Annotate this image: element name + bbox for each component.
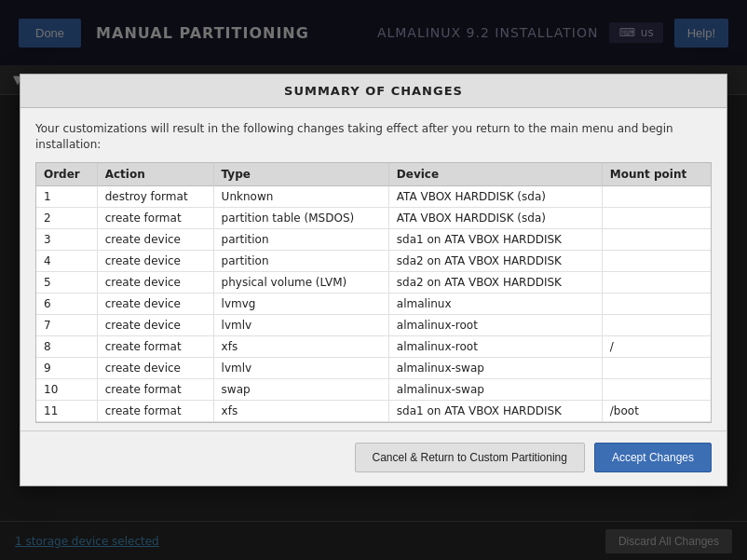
- cell-action: create device: [97, 228, 213, 250]
- table-row: 6 create device lvmvg almalinux: [36, 293, 711, 314]
- cell-type: partition: [213, 250, 388, 271]
- changes-table: Order Action Type Device Mount point 1 d…: [36, 163, 711, 422]
- cell-type: lvmlv: [213, 357, 388, 378]
- cell-action: create device: [97, 250, 213, 271]
- cell-order: 1: [36, 185, 97, 207]
- dialog-footer: Cancel & Return to Custom Partitioning A…: [20, 430, 727, 485]
- table-row: 2 create format partition table (MSDOS) …: [36, 207, 711, 228]
- cell-order: 2: [36, 207, 97, 228]
- table-header: Order Action Type Device Mount point: [36, 163, 711, 186]
- cell-action: create format: [97, 207, 213, 228]
- cell-action: create device: [97, 314, 213, 335]
- cell-mount: [602, 314, 711, 335]
- cell-type: Unknown: [213, 185, 388, 207]
- cell-action: create format: [97, 335, 213, 357]
- table-body: 1 destroy format Unknown ATA VBOX HARDDI…: [36, 185, 711, 421]
- col-order: Order: [36, 163, 97, 186]
- cell-action: create device: [97, 293, 213, 314]
- cell-order: 11: [36, 400, 97, 421]
- cell-type: partition table (MSDOS): [213, 207, 388, 228]
- table-row: 5 create device physical volume (LVM) sd…: [36, 271, 711, 293]
- changes-table-container[interactable]: Order Action Type Device Mount point 1 d…: [35, 162, 712, 423]
- cell-order: 7: [36, 314, 97, 335]
- accept-button[interactable]: Accept Changes: [594, 443, 712, 472]
- table-row: 11 create format xfs sda1 on ATA VBOX HA…: [36, 400, 711, 421]
- cell-action: destroy format: [97, 185, 213, 207]
- cell-type: xfs: [213, 335, 388, 357]
- cell-order: 5: [36, 271, 97, 293]
- cell-action: create format: [97, 400, 213, 421]
- cell-mount: [602, 378, 711, 400]
- cell-type: swap: [213, 378, 388, 400]
- table-row: 10 create format swap almalinux-swap: [36, 378, 711, 400]
- cell-order: 6: [36, 293, 97, 314]
- table-row: 1 destroy format Unknown ATA VBOX HARDDI…: [36, 185, 711, 207]
- table-row: 9 create device lvmlv almalinux-swap: [36, 357, 711, 378]
- cell-mount: [602, 293, 711, 314]
- cell-action: create device: [97, 271, 213, 293]
- table-row: 7 create device lvmlv almalinux-root: [36, 314, 711, 335]
- cell-device: sda1 on ATA VBOX HARDDISK: [388, 228, 602, 250]
- cell-mount: [602, 271, 711, 293]
- col-device: Device: [388, 163, 602, 186]
- cell-device: ATA VBOX HARDDISK (sda): [388, 185, 602, 207]
- cell-device: ATA VBOX HARDDISK (sda): [388, 207, 602, 228]
- table-row: 8 create format xfs almalinux-root /: [36, 335, 711, 357]
- cell-type: xfs: [213, 400, 388, 421]
- cell-mount: [602, 185, 711, 207]
- col-action: Action: [97, 163, 213, 186]
- cell-type: partition: [213, 228, 388, 250]
- cell-device: sda2 on ATA VBOX HARDDISK: [388, 271, 602, 293]
- cell-type: lvmlv: [213, 314, 388, 335]
- cell-type: physical volume (LVM): [213, 271, 388, 293]
- cell-mount: [602, 250, 711, 271]
- cell-device: almalinux-swap: [388, 378, 602, 400]
- cell-mount: [602, 357, 711, 378]
- cell-action: create format: [97, 378, 213, 400]
- modal-overlay: SUMMARY OF CHANGES Your customizations w…: [0, 0, 747, 560]
- cell-order: 3: [36, 228, 97, 250]
- cell-type: lvmvg: [213, 293, 388, 314]
- cell-mount: /: [602, 335, 711, 357]
- cell-device: sda1 on ATA VBOX HARDDISK: [388, 400, 602, 421]
- dialog-description: Your customizations will result in the f…: [35, 121, 712, 153]
- cell-device: almalinux-swap: [388, 357, 602, 378]
- summary-dialog: SUMMARY OF CHANGES Your customizations w…: [20, 74, 727, 486]
- dialog-title: SUMMARY OF CHANGES: [20, 75, 727, 108]
- cell-order: 8: [36, 335, 97, 357]
- col-type: Type: [213, 163, 388, 186]
- cell-mount: [602, 228, 711, 250]
- cell-mount: [602, 207, 711, 228]
- cell-device: almalinux: [388, 293, 602, 314]
- table-row: 3 create device partition sda1 on ATA VB…: [36, 228, 711, 250]
- cell-action: create device: [97, 357, 213, 378]
- cell-mount: /boot: [602, 400, 711, 421]
- cell-device: sda2 on ATA VBOX HARDDISK: [388, 250, 602, 271]
- cell-order: 10: [36, 378, 97, 400]
- cell-order: 4: [36, 250, 97, 271]
- dialog-body: Your customizations will result in the f…: [20, 108, 727, 430]
- cell-order: 9: [36, 357, 97, 378]
- table-row: 4 create device partition sda2 on ATA VB…: [36, 250, 711, 271]
- cell-device: almalinux-root: [388, 314, 602, 335]
- cell-device: almalinux-root: [388, 335, 602, 357]
- cancel-button[interactable]: Cancel & Return to Custom Partitioning: [355, 443, 585, 472]
- col-mount: Mount point: [602, 163, 711, 186]
